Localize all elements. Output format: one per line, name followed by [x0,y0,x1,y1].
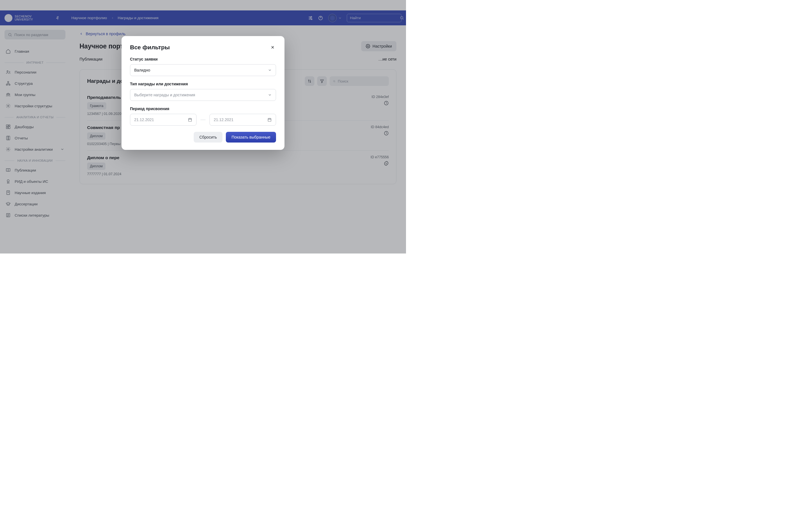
status-label: Статус заявки [130,57,276,61]
date-from-input[interactable]: 21.12.2021 [130,114,197,126]
date-to-input[interactable]: 21.12.2021 [209,114,276,126]
svg-rect-26 [189,118,192,121]
svg-rect-27 [268,118,271,121]
close-button[interactable] [269,44,276,51]
type-label: Тип награды или достижения [130,82,276,86]
type-select[interactable]: Выберите награды и достижения [130,89,276,101]
filters-modal: Все фильтры Статус заявки Валидно Тип на… [121,36,285,150]
status-select[interactable]: Валидно [130,64,276,76]
modal-overlay[interactable]: Все фильтры Статус заявки Валидно Тип на… [0,0,406,253]
modal-title: Все фильтры [130,44,170,51]
range-dash [200,120,206,120]
close-icon [270,45,275,50]
reset-button[interactable]: Сбросить [194,132,222,143]
apply-button[interactable]: Показать выбранные [226,132,276,143]
chevron-down-icon [268,68,272,72]
chevron-down-icon [268,93,272,97]
calendar-icon [188,117,192,122]
period-label: Период присвоения [130,107,276,111]
calendar-icon [267,117,272,122]
